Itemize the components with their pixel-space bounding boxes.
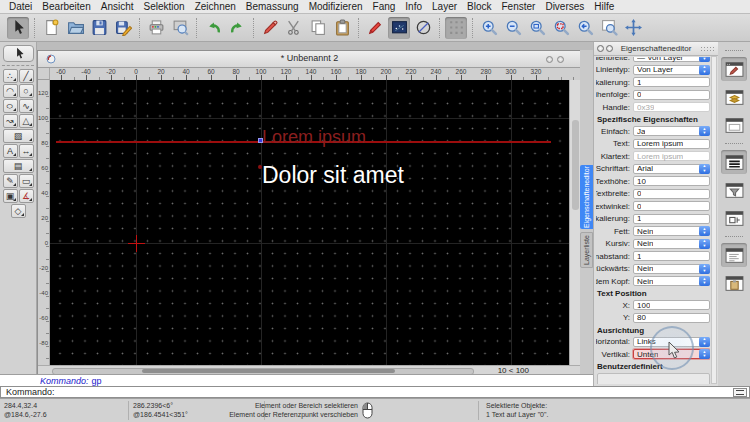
menu-item-bemassung[interactable]: Bemassung: [241, 1, 304, 12]
menu-item-modifizieren[interactable]: Modifizieren: [304, 1, 368, 12]
prop-field-x-skalierung[interactable]: 1: [633, 214, 710, 224]
zoom-out-button[interactable]: [502, 17, 524, 39]
menu-item-hilfe[interactable]: Hilfe: [589, 1, 619, 12]
zoom-selection-button[interactable]: [550, 17, 572, 39]
image-tools-button[interactable]: ▤: [3, 159, 34, 173]
dock-selection-list-button[interactable]: [721, 150, 747, 174]
auto-zoom-button[interactable]: [526, 17, 548, 39]
prop-field-x[interactable]: 100: [633, 300, 710, 310]
line-tools-button[interactable]: ╱: [19, 69, 34, 83]
prop-field-auf-dem-kopf[interactable]: Nein▴▾: [633, 276, 710, 286]
text-tools-button[interactable]: A: [3, 144, 18, 158]
hide-entities-button[interactable]: [412, 17, 434, 39]
menu-item-block[interactable]: Block: [462, 1, 496, 12]
prop-field-textbreite[interactable]: 0: [633, 189, 710, 199]
properties-panel-header[interactable]: Eigenschafteneditor: [594, 42, 718, 56]
polyline-tools-button[interactable]: ↝: [3, 114, 18, 128]
prop-field-reihenfolge[interactable]: 0: [633, 90, 710, 100]
arc-tools-button[interactable]: ◠: [3, 84, 18, 98]
paste-button[interactable]: [331, 17, 353, 39]
previous-view-button[interactable]: [574, 17, 596, 39]
selection-tools-button[interactable]: [3, 45, 34, 62]
undo-button[interactable]: [202, 17, 224, 39]
print-preview-button[interactable]: [169, 17, 191, 39]
panel-scrollbar[interactable]: [711, 56, 717, 384]
dimension-tools-button[interactable]: ↔: [19, 144, 34, 158]
prop-field-text[interactable]: Lorem ipsum: [633, 139, 710, 149]
save-button[interactable]: [88, 17, 110, 39]
prop-field-linientypskalierung[interactable]: 1: [633, 77, 710, 87]
cut-button[interactable]: [283, 17, 305, 39]
grid-toggle-button[interactable]: [445, 17, 467, 39]
command-input[interactable]: [55, 387, 733, 397]
new-document-button[interactable]: [40, 17, 62, 39]
prop-field-einfach[interactable]: Ja▴▾: [633, 126, 710, 136]
zoom-window-button[interactable]: [598, 17, 620, 39]
dock-property-editor-button[interactable]: [721, 57, 747, 81]
menu-item-layer[interactable]: Layer: [427, 1, 462, 12]
circle-tools-button[interactable]: ○: [19, 84, 34, 98]
document-titlebar[interactable]: * Unbenannt 2: [38, 51, 581, 68]
delete-button[interactable]: [259, 17, 281, 39]
print-button[interactable]: [145, 17, 167, 39]
drawing-canvas[interactable]: Lorem ipsum Dolor sit amet: [50, 80, 569, 366]
menu-item-fang[interactable]: Fang: [368, 1, 401, 12]
copy-button[interactable]: [307, 17, 329, 39]
menu-item-selektion[interactable]: Selektion: [139, 1, 190, 12]
prop-field-y[interactable]: 80: [633, 313, 710, 323]
selection-handle[interactable]: [258, 138, 263, 143]
prop-field-kursiv[interactable]: Nein▴▾: [633, 239, 710, 249]
open-file-button[interactable]: [64, 17, 86, 39]
prop-field-linienbreite[interactable]: — Von Layer▴▾: [633, 57, 710, 62]
dock-command-history-button[interactable]: [721, 243, 747, 267]
zoom-in-button[interactable]: [478, 17, 500, 39]
dimension-horizontal-tools-button[interactable]: ▭: [19, 174, 34, 188]
prop-field-linienabstand[interactable]: 1: [633, 251, 710, 261]
prop-field-textwinkel[interactable]: 0: [633, 201, 710, 211]
prop-field-schriftart[interactable]: Arial▴▾: [633, 164, 710, 174]
save-as-button[interactable]: [112, 17, 134, 39]
menu-item-zeichnen[interactable]: Zeichnen: [190, 1, 241, 12]
ellipse-tools-button[interactable]: ○: [3, 99, 18, 113]
window-close-button[interactable]: [557, 56, 564, 63]
spline-tools-button[interactable]: ∿: [19, 99, 34, 113]
dock-clipboard-viewer-button[interactable]: [721, 271, 747, 295]
menu-item-diverses[interactable]: Diverses: [540, 1, 589, 12]
redo-button[interactable]: [226, 17, 248, 39]
block-tools-button[interactable]: ▣: [3, 189, 18, 203]
dock-layer-list-button[interactable]: [721, 85, 747, 109]
dock-block-list-button[interactable]: [721, 206, 747, 230]
window-maximize-button[interactable]: [546, 56, 553, 63]
tab-eigenschafteneditor[interactable]: Eigenschafteneditor: [580, 165, 593, 229]
menu-item-ansicht[interactable]: Ansicht: [96, 1, 139, 12]
dock-selection-filter-button[interactable]: [721, 178, 747, 202]
shape-tools-button[interactable]: △: [19, 114, 34, 128]
prop-field-linientyp[interactable]: Von Layer▴▾: [633, 65, 710, 75]
modify-tools-button[interactable]: ✎: [3, 174, 18, 188]
draw-button[interactable]: [364, 17, 386, 39]
viewport-tools-button[interactable]: ◇: [11, 204, 26, 218]
menu-item-fenster[interactable]: Fenster: [497, 1, 541, 12]
prop-field-texth-he[interactable]: 10: [633, 176, 710, 186]
select-button[interactable]: [7, 17, 29, 39]
prop-field-fett[interactable]: Nein▴▾: [633, 226, 710, 236]
hatch-tools-button[interactable]: ▨: [3, 129, 34, 143]
vertical-scrollbar-thumb[interactable]: [572, 120, 579, 210]
menu-item-info[interactable]: Info: [400, 1, 427, 12]
text-entity-dolor[interactable]: Dolor sit amet: [262, 162, 404, 189]
prop-field-r-ckw-rts[interactable]: Nein▴▾: [633, 264, 710, 274]
menu-item-datei[interactable]: Datei: [4, 1, 37, 12]
horizontal-scrollbar-thumb[interactable]: [142, 369, 395, 373]
prop-field-vertikal[interactable]: Unten▴▾: [633, 349, 710, 359]
prop-field-horizontal[interactable]: Links▴▾: [633, 337, 710, 347]
panel-drag-handle-icon[interactable]: [700, 46, 715, 51]
point-tools-button[interactable]: ∴: [3, 69, 18, 83]
text-entity-lorem[interactable]: Lorem ipsum: [262, 127, 366, 148]
measure-tools-button[interactable]: ∡: [19, 189, 34, 203]
dock-window-list-button[interactable]: [721, 113, 747, 137]
console-toggle-button[interactable]: [733, 388, 747, 397]
pan-button[interactable]: [622, 17, 644, 39]
blackboard-mode-button[interactable]: [388, 17, 410, 39]
tab-layerliste[interactable]: Layerliste: [580, 232, 593, 268]
menu-item-bearbeiten[interactable]: Bearbeiten: [37, 1, 95, 12]
